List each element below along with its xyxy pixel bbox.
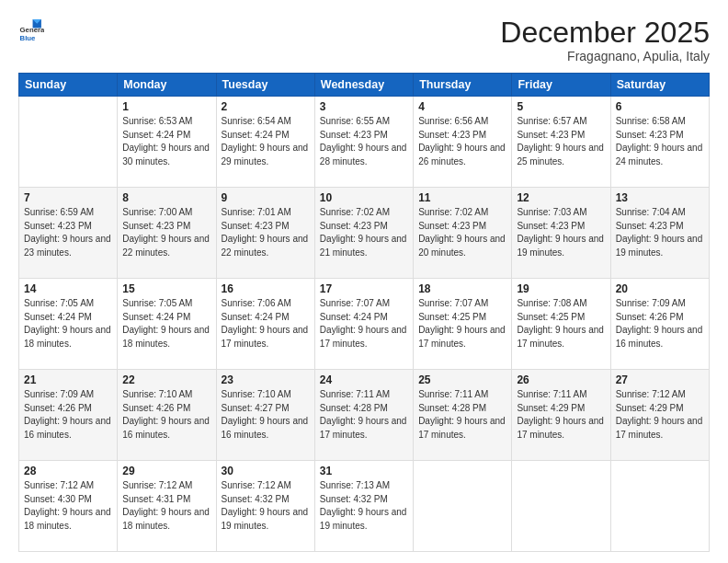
calendar-cell: 5 Sunrise: 6:57 AM Sunset: 4:23 PM Dayli… [512,97,610,188]
sunset: Sunset: 4:32 PM [320,494,388,504]
sunrise: Sunrise: 7:01 AM [222,207,291,217]
calendar-cell: 13 Sunrise: 7:04 AM Sunset: 4:23 PM Dayl… [610,188,709,279]
daylight: Daylight: 9 hours and 16 minutes. [616,325,703,349]
daylight: Daylight: 9 hours and 18 minutes. [24,325,111,349]
calendar-cell: 1 Sunrise: 6:53 AM Sunset: 4:24 PM Dayli… [118,97,216,188]
calendar-cell: 18 Sunrise: 7:07 AM Sunset: 4:25 PM Dayl… [414,279,512,370]
calendar-week-4: 21 Sunrise: 7:09 AM Sunset: 4:26 PM Dayl… [19,370,710,461]
daylight: Daylight: 9 hours and 26 minutes. [418,143,506,167]
daylight: Daylight: 9 hours and 24 minutes. [616,143,703,167]
day-info: Sunrise: 7:00 AM Sunset: 4:23 PM Dayligh… [122,206,210,259]
daylight: Daylight: 9 hours and 22 minutes. [222,234,309,258]
calendar-cell: 20 Sunrise: 7:09 AM Sunset: 4:26 PM Dayl… [610,279,709,370]
day-number: 28 [24,465,112,477]
day-number: 16 [222,282,310,295]
col-thursday: Thursday [414,74,512,97]
day-info: Sunrise: 7:09 AM Sunset: 4:26 PM Dayligh… [616,297,704,350]
col-sunday: Sunday [19,74,118,97]
sunrise: Sunrise: 7:11 AM [418,389,488,399]
day-info: Sunrise: 7:12 AM Sunset: 4:31 PM Dayligh… [122,479,210,533]
day-number: 27 [616,373,704,386]
day-number: 24 [320,373,408,386]
day-info: Sunrise: 7:07 AM Sunset: 4:25 PM Dayligh… [418,297,506,350]
col-monday: Monday [118,74,216,97]
sunrise: Sunrise: 6:59 AM [24,207,94,217]
location-subtitle: Fragagnano, Apulia, Italy [500,49,710,63]
daylight: Daylight: 9 hours and 18 minutes. [122,325,210,349]
day-info: Sunrise: 7:08 AM Sunset: 4:25 PM Dayligh… [517,297,605,350]
day-info: Sunrise: 7:11 AM Sunset: 4:28 PM Dayligh… [418,388,506,442]
title-section: December 2025 Fragagnano, Apulia, Italy [500,17,710,63]
calendar-cell [414,461,512,552]
day-number: 9 [222,191,310,204]
sunset: Sunset: 4:24 PM [122,130,190,140]
day-number: 7 [24,191,112,204]
sunset: Sunset: 4:25 PM [418,312,486,322]
col-wednesday: Wednesday [314,74,413,97]
header-row: Sunday Monday Tuesday Wednesday Thursday… [19,74,710,97]
day-number: 10 [320,191,408,204]
daylight: Daylight: 9 hours and 23 minutes. [24,234,111,258]
day-info: Sunrise: 6:59 AM Sunset: 4:23 PM Dayligh… [24,206,112,259]
day-number: 12 [517,191,605,204]
daylight: Daylight: 9 hours and 22 minutes. [122,234,210,258]
daylight: Daylight: 9 hours and 17 minutes. [320,325,407,349]
day-number: 20 [616,282,704,295]
sunrise: Sunrise: 7:04 AM [616,207,686,217]
calendar-cell: 19 Sunrise: 7:08 AM Sunset: 4:25 PM Dayl… [512,279,610,370]
sunset: Sunset: 4:26 PM [122,403,190,413]
daylight: Daylight: 9 hours and 16 minutes. [222,416,309,440]
sunrise: Sunrise: 7:00 AM [122,207,192,217]
daylight: Daylight: 9 hours and 17 minutes. [418,325,506,349]
calendar-cell: 4 Sunrise: 6:56 AM Sunset: 4:23 PM Dayli… [414,97,512,188]
day-number: 18 [418,282,506,295]
daylight: Daylight: 9 hours and 21 minutes. [320,234,407,258]
sunset: Sunset: 4:23 PM [616,221,684,231]
calendar-cell [512,461,610,552]
sunrise: Sunrise: 6:56 AM [418,116,488,126]
calendar-cell: 24 Sunrise: 7:11 AM Sunset: 4:28 PM Dayl… [314,370,413,461]
day-info: Sunrise: 6:57 AM Sunset: 4:23 PM Dayligh… [517,115,605,168]
sunset: Sunset: 4:24 PM [122,312,190,322]
calendar-page: General Blue December 2025 Fragagnano, A… [0,0,728,563]
day-info: Sunrise: 7:06 AM Sunset: 4:24 PM Dayligh… [222,297,310,350]
sunrise: Sunrise: 7:11 AM [517,389,586,399]
daylight: Daylight: 9 hours and 19 minutes. [320,507,407,531]
day-info: Sunrise: 7:11 AM Sunset: 4:29 PM Dayligh… [517,388,605,442]
day-info: Sunrise: 6:53 AM Sunset: 4:24 PM Dayligh… [122,115,210,168]
calendar-cell: 8 Sunrise: 7:00 AM Sunset: 4:23 PM Dayli… [118,188,216,279]
day-info: Sunrise: 7:09 AM Sunset: 4:26 PM Dayligh… [24,388,112,442]
day-number: 13 [616,191,704,204]
daylight: Daylight: 9 hours and 19 minutes. [222,507,309,531]
calendar-week-5: 28 Sunrise: 7:12 AM Sunset: 4:30 PM Dayl… [19,461,710,552]
day-info: Sunrise: 7:05 AM Sunset: 4:24 PM Dayligh… [24,297,112,350]
daylight: Daylight: 9 hours and 20 minutes. [418,234,506,258]
calendar-cell: 17 Sunrise: 7:07 AM Sunset: 4:24 PM Dayl… [314,279,413,370]
day-info: Sunrise: 7:12 AM Sunset: 4:29 PM Dayligh… [616,388,704,442]
sunset: Sunset: 4:23 PM [320,130,388,140]
sunset: Sunset: 4:25 PM [517,312,585,322]
day-number: 4 [418,100,506,113]
day-info: Sunrise: 7:12 AM Sunset: 4:32 PM Dayligh… [222,479,310,533]
day-info: Sunrise: 7:04 AM Sunset: 4:23 PM Dayligh… [616,206,704,259]
day-number: 17 [320,282,408,295]
sunrise: Sunrise: 7:10 AM [222,389,291,399]
day-info: Sunrise: 7:10 AM Sunset: 4:26 PM Dayligh… [122,388,210,442]
calendar-cell: 26 Sunrise: 7:11 AM Sunset: 4:29 PM Dayl… [512,370,610,461]
day-info: Sunrise: 7:13 AM Sunset: 4:32 PM Dayligh… [320,479,408,533]
sunset: Sunset: 4:23 PM [122,221,190,231]
calendar-week-2: 7 Sunrise: 6:59 AM Sunset: 4:23 PM Dayli… [19,188,710,279]
calendar-cell: 15 Sunrise: 7:05 AM Sunset: 4:24 PM Dayl… [118,279,216,370]
day-info: Sunrise: 7:03 AM Sunset: 4:23 PM Dayligh… [517,206,605,259]
sunrise: Sunrise: 7:03 AM [517,207,586,217]
calendar-cell: 11 Sunrise: 7:02 AM Sunset: 4:23 PM Dayl… [414,188,512,279]
daylight: Daylight: 9 hours and 19 minutes. [616,234,703,258]
day-info: Sunrise: 7:02 AM Sunset: 4:23 PM Dayligh… [418,206,506,259]
sunset: Sunset: 4:26 PM [616,312,684,322]
sunset: Sunset: 4:30 PM [24,494,92,504]
sunset: Sunset: 4:23 PM [517,221,585,231]
sunset: Sunset: 4:29 PM [517,403,585,413]
day-number: 5 [517,100,605,113]
calendar-week-1: 1 Sunrise: 6:53 AM Sunset: 4:24 PM Dayli… [19,97,710,188]
sunrise: Sunrise: 7:02 AM [320,207,390,217]
